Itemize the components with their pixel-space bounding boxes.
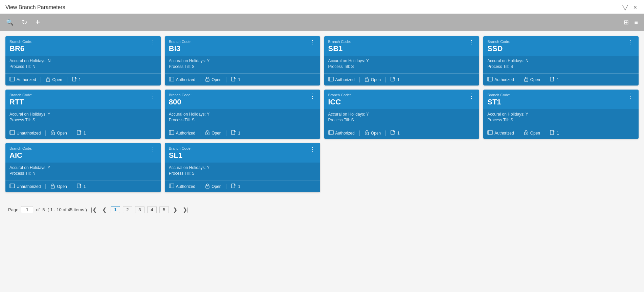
branch-info: Branch Code: SB1 [328, 40, 351, 53]
process-field: Process Till: S [328, 118, 475, 122]
footer-divider-1 [45, 130, 46, 136]
card-menu-button[interactable]: ⋮ [627, 40, 635, 46]
accural-field: Accural on Holidays: Y [169, 112, 316, 117]
status-label: Authorized [176, 184, 195, 189]
card-menu-button[interactable]: ⋮ [149, 146, 157, 152]
lock-item: Open [364, 130, 381, 136]
card-header: Branch Code: SL1 ⋮ [165, 143, 320, 163]
add-button[interactable]: + [35, 17, 41, 27]
edit-icon [391, 130, 396, 136]
status-item: Unauthorized [9, 130, 41, 136]
status-icon [9, 130, 15, 136]
edit-icon [550, 130, 555, 136]
accural-field: Accural on Holidays: Y [328, 112, 475, 117]
branch-code-value: BR6 [9, 44, 32, 53]
lock-item: Open [50, 183, 67, 190]
lock-label: Open [212, 77, 221, 82]
card-ssd: Branch Code: SSD ⋮ Accural on Holidays: … [483, 36, 639, 86]
page-title-bar: View Branch Parameters ╲╱ ✕ [0, 0, 644, 14]
footer-divider-2 [545, 130, 545, 136]
total-pages: 5 [42, 207, 45, 212]
process-field: Process Till: N [9, 171, 157, 176]
edit-item: 1 [77, 130, 86, 136]
page-4-button[interactable]: 4 [147, 206, 157, 213]
status-item: Unauthorized [9, 183, 41, 190]
minimize-button[interactable]: ╲╱ [621, 4, 629, 11]
page-label: Page [8, 207, 18, 212]
card-header-top: Branch Code: RTT ⋮ [9, 93, 157, 106]
status-item: Authorized [9, 76, 36, 83]
first-page-button[interactable]: |❮ [90, 206, 98, 214]
card-sl1: Branch Code: SL1 ⋮ Accural on Holidays: … [165, 143, 320, 192]
card-body: Accural on Holidays: N Process Till: N [5, 56, 161, 73]
lock-icon [364, 130, 369, 136]
card-header-top: Branch Code: AIC ⋮ [9, 146, 157, 160]
status-item: Authorized [328, 130, 355, 136]
footer-divider-2 [72, 130, 72, 136]
page-1-button[interactable]: 1 [111, 206, 120, 213]
refresh-button[interactable]: ↻ [21, 18, 28, 27]
card-menu-button[interactable]: ⋮ [309, 93, 316, 99]
lock-item: Open [205, 183, 221, 190]
status-label: Authorized [335, 131, 355, 136]
pagination: Page of 5 ( 1 - 10 of 45 items ) |❮ ❮ 1 … [5, 200, 639, 216]
card-footer: Authorized Open [165, 180, 320, 192]
last-page-button[interactable]: ❯| [181, 206, 190, 214]
lock-label: Open [530, 77, 540, 82]
grid-view-button[interactable]: ⊞ [623, 18, 629, 27]
branch-code-value: 800 [169, 98, 192, 106]
branch-code-value: BI3 [169, 44, 192, 53]
card-menu-button[interactable]: ⋮ [468, 40, 475, 46]
search-button[interactable]: 🔍 [5, 18, 14, 27]
next-page-button[interactable]: ❯ [172, 206, 179, 214]
page-5-button[interactable]: 5 [159, 206, 169, 213]
card-menu-button[interactable]: ⋮ [309, 146, 316, 152]
card-header-top: Branch Code: SSD ⋮ [487, 40, 635, 53]
card-body: Accural on Holidays: Y Process Till: S [324, 109, 480, 127]
card-menu-button[interactable]: ⋮ [149, 40, 157, 46]
menu-button[interactable]: ≡ [634, 18, 639, 27]
edit-icon [391, 77, 396, 83]
card-footer: Authorized Open [483, 73, 639, 86]
status-icon [328, 76, 334, 83]
card-footer: Authorized Open [324, 127, 480, 139]
lock-icon [524, 76, 529, 83]
svg-rect-25 [169, 130, 174, 135]
grid-icon: ⊞ [624, 19, 629, 26]
svg-rect-30 [329, 130, 333, 135]
card-menu-button[interactable]: ⋮ [309, 40, 316, 46]
branch-code-label: Branch Code: [9, 40, 32, 44]
card-menu-button[interactable]: ⋮ [468, 93, 475, 99]
page-2-button[interactable]: 2 [123, 206, 132, 213]
footer-divider-1 [200, 77, 200, 82]
footer-divider-1 [45, 184, 46, 189]
of-label: of [36, 207, 40, 212]
svg-rect-20 [10, 130, 15, 135]
card-body: Accural on Holidays: Y Process Till: N [5, 163, 161, 180]
prev-page-button[interactable]: ❮ [101, 206, 108, 214]
svg-point-23 [52, 133, 53, 134]
lock-icon [50, 183, 55, 190]
title-icons: ╲╱ ✕ [621, 4, 639, 11]
status-item: Authorized [487, 130, 514, 136]
lock-label: Open [371, 77, 381, 82]
card-header: Branch Code: 800 ⋮ [165, 90, 320, 109]
card-menu-button[interactable]: ⋮ [627, 93, 635, 99]
status-icon [328, 130, 334, 136]
lock-label: Open [530, 131, 540, 136]
process-field: Process Till: S [9, 118, 157, 122]
page-3-button[interactable]: 3 [135, 206, 145, 213]
card-menu-button[interactable]: ⋮ [149, 93, 157, 99]
close-button[interactable]: ✕ [632, 4, 639, 11]
svg-point-48 [207, 187, 208, 187]
accural-field: Accural on Holidays: Y [328, 58, 475, 63]
toolbar-left: 🔍 ↻ + [5, 17, 41, 27]
branch-code-value: SB1 [328, 44, 351, 53]
branch-info: Branch Code: ST1 [487, 93, 510, 106]
card-aic: Branch Code: AIC ⋮ Accural on Holidays: … [5, 143, 161, 192]
status-item: Authorized [487, 76, 514, 83]
page-number-input[interactable] [21, 206, 33, 213]
branch-code-value: ICC [328, 98, 351, 106]
edit-item: 1 [72, 77, 81, 83]
lock-icon [524, 130, 529, 136]
